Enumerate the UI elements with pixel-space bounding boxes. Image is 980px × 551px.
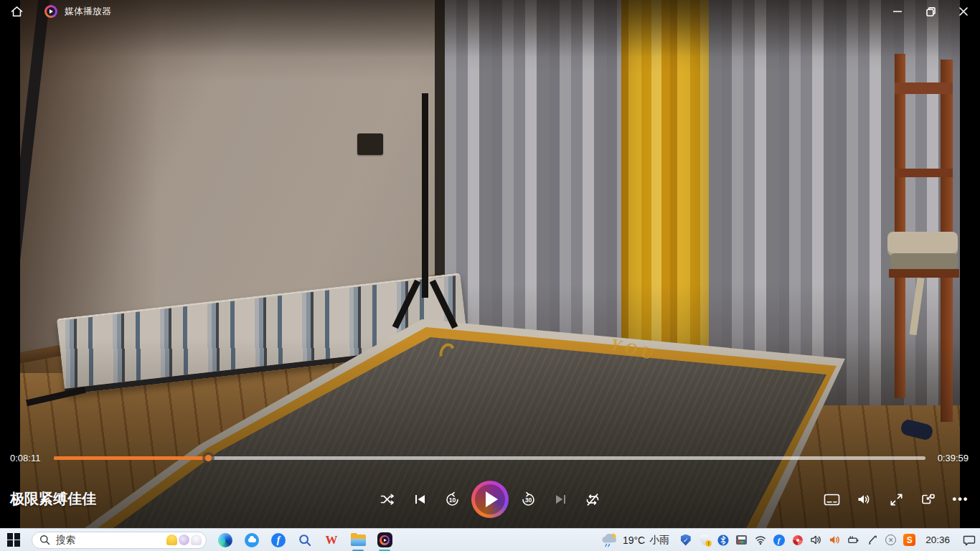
repeat-off-icon [585, 493, 600, 507]
control-bar: 极限紧缚佳佳 10 [0, 474, 980, 525]
captions-icon [824, 493, 840, 507]
file-explorer-icon [351, 534, 366, 546]
more-icon: ••• [953, 493, 969, 506]
play-button[interactable] [471, 481, 509, 518]
search-app-icon [298, 534, 311, 547]
volume-icon [857, 493, 871, 506]
total-duration: 0:39:59 [938, 453, 969, 463]
play-icon [486, 491, 498, 507]
now-playing-title: 极限紧缚佳佳 [10, 489, 96, 509]
media-player-window: YOU 媒体播放器 [0, 0, 980, 551]
pinned-apps: f W [214, 529, 396, 551]
forward-30-button[interactable]: 30 [515, 486, 541, 512]
search-placeholder: 搜索 [56, 534, 75, 547]
timeline: 0:08:11 0:39:59 [0, 449, 980, 468]
volume-orange-icon[interactable] [829, 534, 841, 546]
svg-text:30: 30 [524, 496, 532, 503]
taskbar-app-baidu-netdisk[interactable] [240, 529, 263, 551]
captions-button[interactable] [819, 487, 844, 512]
windows-logo-icon [7, 533, 21, 547]
restore-button[interactable] [914, 0, 947, 23]
notification-bubble-icon [963, 534, 976, 546]
repeat-button[interactable] [580, 486, 606, 512]
search-daily-icon-helmet[interactable] [166, 534, 177, 545]
fullscreen-button[interactable] [884, 487, 908, 512]
taskbar-app-flash[interactable]: f [267, 529, 290, 551]
home-button[interactable] [0, 0, 33, 23]
edge-icon [218, 533, 232, 547]
next-button[interactable] [547, 486, 573, 512]
network-icon[interactable] [754, 534, 766, 546]
taskbar-app-file-explorer[interactable] [347, 529, 369, 551]
start-button[interactable] [0, 529, 27, 551]
weather-condition: 小雨 [649, 534, 669, 547]
rewind-10-icon: 10 [444, 491, 461, 508]
taskbar-search[interactable]: 搜索 [32, 532, 207, 549]
close-icon [959, 7, 968, 16]
elapsed-time: 0:08:11 [10, 453, 40, 463]
shield-warning-icon[interactable]: ! [698, 534, 710, 546]
search-daily-icon-stethoscope[interactable] [179, 534, 189, 545]
pen-icon[interactable] [866, 534, 878, 546]
minimize-button[interactable] [881, 0, 914, 23]
forward-30-icon: 30 [520, 491, 537, 508]
bluetooth-icon[interactable] [717, 534, 729, 546]
close-button[interactable] [947, 0, 980, 23]
search-icon [39, 534, 50, 545]
seek-bar-fill [54, 456, 208, 460]
taskbar-app-search-tool[interactable] [293, 529, 316, 551]
titlebar: 媒体播放器 [0, 0, 980, 23]
weather-rain-icon [601, 532, 618, 548]
battery-icon[interactable] [847, 534, 859, 546]
home-icon [10, 5, 24, 18]
weather-temperature: 19°C [623, 534, 645, 546]
transport-controls: 10 30 [374, 474, 606, 525]
taskbar: 搜索 f W [0, 528, 980, 551]
seek-handle[interactable] [202, 452, 215, 464]
system-tray: ✓ ! f [679, 534, 915, 546]
app-logo-icon [44, 5, 57, 18]
weather-widget[interactable]: 19°C 小雨 [601, 532, 669, 548]
more-options-button[interactable]: ••• [948, 487, 973, 512]
taskbar-app-edge[interactable] [214, 529, 237, 551]
taskbar-app-wps[interactable]: W [320, 529, 343, 551]
previous-icon [414, 494, 426, 505]
secondary-controls: ••• [819, 474, 973, 525]
restore-icon [926, 7, 936, 17]
baidu-netdisk-icon [245, 533, 259, 547]
disconnected-icon[interactable]: ✕ [885, 534, 897, 546]
flash-tray-icon[interactable]: f [773, 534, 785, 546]
volume-outline-icon[interactable] [810, 534, 822, 546]
shuffle-button[interactable] [374, 486, 400, 512]
wps-icon: W [326, 533, 338, 547]
security-shield-icon[interactable]: ✓ [679, 534, 692, 546]
minimize-icon [893, 7, 902, 16]
app-title: 媒体播放器 [65, 5, 111, 18]
pinwheel-icon[interactable] [791, 534, 804, 546]
taskbar-right: 19°C 小雨 ✓ ! f [601, 529, 980, 551]
printer-icon[interactable] [735, 534, 748, 546]
mini-player-button[interactable] [916, 487, 941, 512]
shuffle-icon [380, 493, 395, 506]
sogou-input-icon[interactable]: S [903, 534, 915, 546]
media-player-icon [377, 532, 392, 547]
mini-player-icon [921, 493, 936, 506]
rewind-10-button[interactable]: 10 [439, 486, 465, 512]
volume-button[interactable] [852, 487, 876, 512]
previous-button[interactable] [407, 486, 433, 512]
next-icon [555, 494, 567, 505]
svg-text:10: 10 [448, 496, 456, 503]
search-daily-icon-chefhat[interactable] [191, 534, 202, 545]
flash-app-icon: f [271, 533, 286, 547]
taskbar-clock[interactable]: 20:36 [925, 534, 950, 545]
taskbar-app-media-player[interactable] [373, 529, 396, 551]
fullscreen-icon [890, 493, 903, 507]
seek-bar[interactable] [54, 456, 925, 460]
notification-center-button[interactable] [958, 529, 980, 551]
